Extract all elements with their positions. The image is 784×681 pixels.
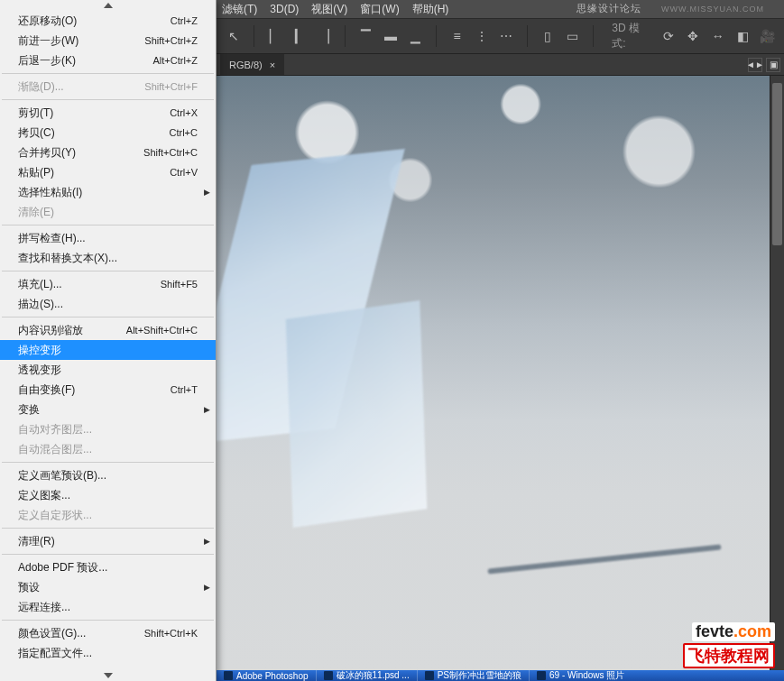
- orbit-icon[interactable]: ⟳: [661, 28, 677, 44]
- menu-help[interactable]: 帮助(H): [412, 2, 449, 17]
- menu-item[interactable]: 操控变形: [0, 340, 216, 360]
- app-icon: [425, 671, 434, 680]
- menu-item-label: 预设: [18, 580, 198, 595]
- distribute-icon[interactable]: ⋯: [499, 28, 514, 44]
- menu-item[interactable]: 透视变形: [0, 360, 216, 380]
- menu-item-label: 颜色设置(G)...: [18, 626, 144, 641]
- menu-item-shortcut: Ctrl+X: [170, 107, 198, 118]
- menu-item[interactable]: 粘贴(P)Ctrl+V: [0, 162, 216, 182]
- chevron-right-icon: ▶: [204, 405, 210, 414]
- menu-item-label: 定义图案...: [18, 488, 198, 503]
- taskbar-item[interactable]: 破冰的狼11.psd ...: [316, 670, 417, 681]
- menu-item[interactable]: Adobe PDF 预设...: [0, 557, 216, 577]
- taskbar-item[interactable]: Adobe Photoshop: [217, 670, 316, 681]
- menu-item[interactable]: 预设▶: [0, 577, 216, 597]
- menu-item-shortcut: Shift+F5: [161, 279, 198, 290]
- menu-item-label: 描边(S)...: [18, 297, 198, 312]
- close-icon[interactable]: ×: [270, 60, 275, 70]
- windows-taskbar: Adobe Photoshop 破冰的狼11.psd ... PS制作冲出雪地的…: [217, 670, 784, 681]
- chevron-down-icon: [104, 673, 113, 678]
- menu-item-label: 自动混合图层...: [18, 442, 198, 457]
- menu-item-label: 指定配置文件...: [18, 646, 198, 661]
- dist-b-icon[interactable]: ▭: [565, 28, 580, 44]
- app-icon: [324, 671, 333, 680]
- menu-item[interactable]: 描边(S)...: [0, 294, 216, 314]
- canvas[interactable]: [217, 76, 770, 670]
- menu-item[interactable]: 拼写检查(H)...: [0, 228, 216, 248]
- menu-item-label: 自动对齐图层...: [18, 422, 198, 437]
- align-top-icon[interactable]: ▔: [358, 28, 374, 44]
- menu-item[interactable]: 填充(L)...Shift+F5: [0, 274, 216, 294]
- pan-icon[interactable]: ✥: [686, 28, 701, 44]
- menu-item-label: 清除(E): [18, 205, 198, 220]
- menu-item-shortcut: Alt+Ctrl+Z: [152, 55, 198, 66]
- menu-item-label: 定义自定形状...: [18, 508, 198, 523]
- menu-item-label: Adobe PDF 预设...: [18, 560, 198, 575]
- menu-item[interactable]: 定义画笔预设(B)...: [0, 465, 216, 485]
- menu-window[interactable]: 窗口(W): [360, 2, 399, 17]
- menu-item-label: 操控变形: [18, 343, 198, 358]
- menu-3d[interactable]: 3D(D): [270, 3, 299, 15]
- menu-item-label: 拷贝(C): [18, 125, 170, 141]
- menu-item[interactable]: 颜色设置(G)...Shift+Ctrl+K: [0, 623, 216, 643]
- panel-icon[interactable]: ▣: [766, 58, 780, 72]
- menu-item[interactable]: 选择性粘贴(I)▶: [0, 182, 216, 202]
- menu-scroll-down[interactable]: [0, 670, 216, 681]
- align-left-icon[interactable]: ▏: [267, 28, 282, 44]
- menu-item[interactable]: 后退一步(K)Alt+Ctrl+Z: [0, 51, 216, 70]
- menu-view[interactable]: 视图(V): [311, 2, 347, 17]
- menu-item[interactable]: 自由变换(F)Ctrl+T: [0, 380, 216, 400]
- menu-item[interactable]: 拷贝(C)Ctrl+C: [0, 123, 216, 143]
- app-icon: [537, 671, 546, 680]
- arrow-icon[interactable]: ↖: [226, 28, 241, 44]
- chevron-up-icon: [104, 3, 113, 8]
- menu-item-label: 远程连接...: [18, 600, 198, 615]
- menu-item[interactable]: 远程连接...: [0, 597, 216, 617]
- menu-item[interactable]: 指定配置文件...: [0, 643, 216, 663]
- menu-item[interactable]: 清理(R)▶: [0, 531, 216, 551]
- menu-item[interactable]: 变换▶: [0, 400, 216, 419]
- menu-item[interactable]: 还原移动(O)Ctrl+Z: [0, 11, 216, 31]
- menu-item-shortcut: Ctrl+T: [171, 384, 198, 395]
- menu-item[interactable]: 前进一步(W)Shift+Ctrl+Z: [0, 31, 216, 51]
- app-icon: [224, 671, 233, 680]
- align-center-icon[interactable]: ▎: [292, 28, 308, 44]
- distribute-v-icon[interactable]: ⋮: [474, 28, 489, 44]
- menu-item: 自动混合图层...: [0, 439, 216, 459]
- menu-item-label: 渐隐(D)...: [18, 79, 144, 95]
- align-bottom-icon[interactable]: ▁: [408, 28, 423, 44]
- expand-icon[interactable]: ◄►: [748, 58, 762, 72]
- menu-item-label: 查找和替换文本(X)...: [18, 251, 198, 266]
- document-tab[interactable]: RGB/8) ×: [220, 54, 284, 75]
- taskbar-item[interactable]: 69 - Windows 照片: [529, 670, 632, 681]
- menu-item[interactable]: 定义图案...: [0, 485, 216, 505]
- dolly-icon[interactable]: ↔: [710, 28, 725, 44]
- align-right-icon[interactable]: ▕: [317, 28, 332, 44]
- menu-item[interactable]: 内容识别缩放Alt+Shift+Ctrl+C: [0, 320, 216, 340]
- menu-item-shortcut: Ctrl+C: [170, 127, 198, 138]
- document-tabbar: RGB/8) × ◄► ▣: [217, 54, 784, 76]
- menu-item: 定义自定形状...: [0, 505, 216, 525]
- brand-label: 思缘设计论坛 WWW.MISSYUAN.COM: [576, 2, 777, 15]
- menu-filter[interactable]: 滤镜(T): [222, 2, 257, 17]
- menu-item-shortcut: Ctrl+V: [170, 167, 198, 178]
- menu-item[interactable]: 合并拷贝(Y)Shift+Ctrl+C: [0, 143, 216, 162]
- vertical-scrollbar[interactable]: [770, 76, 784, 670]
- document-tab-label: RGB/8): [229, 60, 263, 70]
- taskbar-item[interactable]: PS制作冲出雪地的狼: [417, 670, 529, 681]
- camera-icon[interactable]: 🎥: [760, 28, 775, 44]
- menu-item-label: 合并拷贝(Y): [18, 145, 143, 161]
- align-middle-icon[interactable]: ▬: [383, 28, 398, 44]
- dist-a-icon[interactable]: ▯: [540, 28, 556, 44]
- menu-item-shortcut: Alt+Shift+Ctrl+C: [126, 325, 198, 336]
- menu-item-label: 后退一步(K): [18, 53, 152, 69]
- menu-item[interactable]: 剪切(T)Ctrl+X: [0, 103, 216, 123]
- menu-item-label: 还原移动(O): [18, 14, 171, 29]
- distribute-h-icon[interactable]: ≡: [449, 28, 465, 44]
- menu-item[interactable]: 查找和替换文本(X)...: [0, 248, 216, 268]
- menu-scroll-up[interactable]: [0, 0, 216, 11]
- menu-item-shortcut: Shift+Ctrl+Z: [144, 35, 198, 46]
- menu-item-label: 选择性粘贴(I): [18, 185, 198, 200]
- scrollbar-thumb[interactable]: [772, 83, 782, 245]
- slide-icon[interactable]: ◧: [734, 28, 750, 44]
